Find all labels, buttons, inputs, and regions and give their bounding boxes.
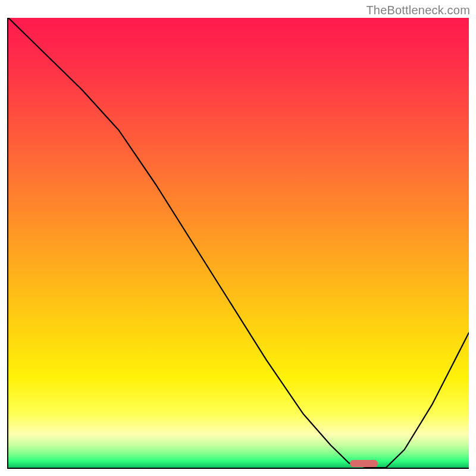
curve-svg bbox=[8, 18, 469, 468]
watermark-label: TheBottleneck.com bbox=[366, 4, 470, 17]
optimal-range-bar bbox=[350, 460, 378, 467]
bottleneck-curve bbox=[8, 18, 469, 468]
chart-canvas: TheBottleneck.com bbox=[0, 0, 476, 476]
plot-area bbox=[7, 18, 469, 469]
